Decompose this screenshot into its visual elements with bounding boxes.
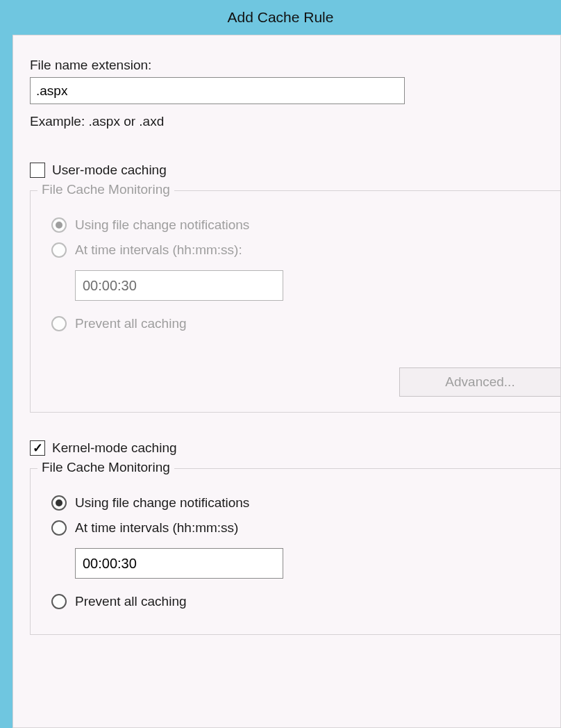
kernel-mode-radio-interval[interactable] xyxy=(51,520,67,536)
kernel-mode-group-title: File Cache Monitoring xyxy=(37,460,174,475)
kernel-mode-interval-input[interactable] xyxy=(75,548,283,579)
advanced-button-label: Advanced... xyxy=(445,374,514,389)
dialog-body: File name extension: Example: .aspx or .… xyxy=(12,35,561,728)
user-mode-radio-interval-row: At time intervals (hh:mm:ss): xyxy=(51,242,560,258)
kernel-mode-group: File Cache Monitoring Using file change … xyxy=(30,468,560,635)
kernel-mode-radio-notifications-row[interactable]: Using file change notifications xyxy=(51,495,560,511)
kernel-mode-checkbox-label: Kernel-mode caching xyxy=(52,440,177,456)
user-mode-interval-input xyxy=(75,270,283,301)
user-mode-group-title: File Cache Monitoring xyxy=(37,182,174,197)
extension-input[interactable] xyxy=(30,77,405,104)
kernel-mode-radio-prevent-label: Prevent all caching xyxy=(75,594,187,609)
user-mode-radio-prevent xyxy=(51,316,67,331)
dialog-title: Add Cache Rule xyxy=(0,0,561,35)
extension-example: Example: .aspx or .axd xyxy=(30,114,560,129)
user-mode-radio-notifications-row: Using file change notifications xyxy=(51,217,560,233)
user-mode-radio-notifications xyxy=(51,217,67,233)
kernel-mode-checkbox-row[interactable]: Kernel-mode caching xyxy=(30,440,560,456)
kernel-mode-radio-notifications-label: Using file change notifications xyxy=(75,495,249,511)
user-mode-group: File Cache Monitoring Using file change … xyxy=(30,190,560,413)
user-mode-radio-interval xyxy=(51,242,67,258)
kernel-mode-radio-prevent-row[interactable]: Prevent all caching xyxy=(51,594,560,609)
user-mode-radio-prevent-row: Prevent all caching xyxy=(51,316,560,331)
kernel-mode-checkbox[interactable] xyxy=(30,440,45,456)
extension-label: File name extension: xyxy=(30,58,560,73)
user-mode-radio-prevent-label: Prevent all caching xyxy=(75,316,187,331)
user-mode-checkbox[interactable] xyxy=(30,163,45,178)
kernel-mode-radio-interval-label: At time intervals (hh:mm:ss) xyxy=(75,520,238,536)
kernel-mode-radio-interval-row[interactable]: At time intervals (hh:mm:ss) xyxy=(51,520,560,536)
dialog-title-text: Add Cache Rule xyxy=(228,9,334,26)
kernel-mode-radio-notifications[interactable] xyxy=(51,495,67,511)
advanced-button: Advanced... xyxy=(399,367,560,397)
user-mode-radio-notifications-label: Using file change notifications xyxy=(75,217,249,233)
kernel-mode-radio-prevent[interactable] xyxy=(51,594,67,609)
user-mode-radio-interval-label: At time intervals (hh:mm:ss): xyxy=(75,242,242,258)
user-mode-checkbox-row[interactable]: User-mode caching xyxy=(30,163,560,178)
user-mode-checkbox-label: User-mode caching xyxy=(52,163,167,178)
